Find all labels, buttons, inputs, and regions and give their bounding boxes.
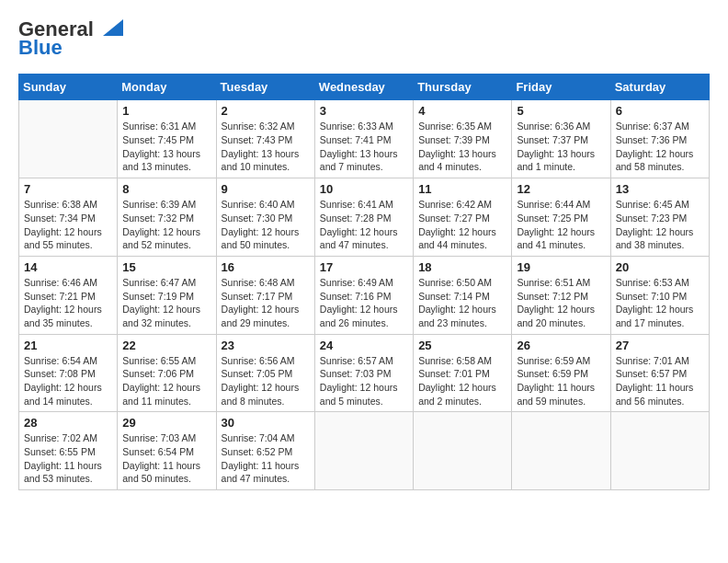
cell-date-number: 13	[616, 182, 704, 196]
cell-date-number: 18	[418, 260, 506, 274]
calendar-cell: 2Sunrise: 6:32 AM Sunset: 7:43 PM Daylig…	[216, 100, 314, 178]
cell-info-text: Sunrise: 6:49 AM Sunset: 7:16 PM Dayligh…	[320, 276, 408, 330]
cell-info-text: Sunrise: 6:58 AM Sunset: 7:01 PM Dayligh…	[418, 354, 506, 408]
calendar-cell	[610, 412, 709, 490]
calendar-cell: 5Sunrise: 6:36 AM Sunset: 7:37 PM Daylig…	[512, 100, 610, 178]
cell-info-text: Sunrise: 6:45 AM Sunset: 7:23 PM Dayligh…	[616, 198, 704, 252]
cell-date-number: 26	[517, 339, 605, 352]
calendar-cell: 10Sunrise: 6:41 AM Sunset: 7:28 PM Dayli…	[314, 178, 413, 257]
calendar-cell: 13Sunrise: 6:45 AM Sunset: 7:23 PM Dayli…	[610, 178, 709, 257]
cell-info-text: Sunrise: 7:01 AM Sunset: 6:57 PM Dayligh…	[616, 354, 704, 408]
cell-date-number: 23	[222, 339, 310, 352]
day-header-saturday: Saturday	[610, 75, 709, 100]
calendar-cell: 15Sunrise: 6:47 AM Sunset: 7:19 PM Dayli…	[118, 256, 216, 334]
day-header-friday: Friday	[512, 75, 610, 100]
cell-date-number: 17	[320, 260, 408, 274]
cell-date-number: 12	[517, 182, 605, 196]
cell-info-text: Sunrise: 6:47 AM Sunset: 7:19 PM Dayligh…	[122, 276, 210, 330]
cell-info-text: Sunrise: 6:36 AM Sunset: 7:37 PM Dayligh…	[517, 120, 605, 174]
calendar-cell: 27Sunrise: 7:01 AM Sunset: 6:57 PM Dayli…	[610, 334, 709, 412]
calendar-cell: 4Sunrise: 6:35 AM Sunset: 7:39 PM Daylig…	[414, 100, 512, 178]
cell-info-text: Sunrise: 6:33 AM Sunset: 7:41 PM Dayligh…	[320, 120, 408, 174]
cell-date-number: 6	[616, 104, 704, 118]
calendar-cell: 16Sunrise: 6:48 AM Sunset: 7:17 PM Dayli…	[216, 256, 314, 334]
cell-date-number: 4	[418, 104, 506, 118]
cell-info-text: Sunrise: 6:37 AM Sunset: 7:36 PM Dayligh…	[616, 120, 704, 174]
header-row: SundayMondayTuesdayWednesdayThursdayFrid…	[19, 75, 710, 100]
cell-info-text: Sunrise: 6:46 AM Sunset: 7:21 PM Dayligh…	[24, 276, 112, 330]
calendar-cell: 17Sunrise: 6:49 AM Sunset: 7:16 PM Dayli…	[314, 256, 413, 334]
day-header-sunday: Sunday	[19, 75, 118, 100]
cell-date-number: 20	[616, 260, 704, 274]
calendar-week-2: 7Sunrise: 6:38 AM Sunset: 7:34 PM Daylig…	[19, 178, 710, 257]
cell-date-number: 9	[222, 182, 310, 196]
cell-info-text: Sunrise: 6:56 AM Sunset: 7:05 PM Dayligh…	[222, 354, 310, 408]
cell-date-number: 22	[122, 339, 210, 352]
calendar-cell: 22Sunrise: 6:55 AM Sunset: 7:06 PM Dayli…	[118, 334, 216, 412]
calendar-week-3: 14Sunrise: 6:46 AM Sunset: 7:21 PM Dayli…	[19, 256, 710, 334]
cell-info-text: Sunrise: 6:40 AM Sunset: 7:30 PM Dayligh…	[222, 198, 310, 252]
page-header: General Blue	[18, 18, 710, 59]
cell-info-text: Sunrise: 6:57 AM Sunset: 7:03 PM Dayligh…	[320, 354, 408, 408]
cell-info-text: Sunrise: 6:41 AM Sunset: 7:28 PM Dayligh…	[320, 198, 408, 252]
calendar-cell	[414, 412, 512, 490]
logo-icon	[94, 19, 123, 40]
calendar-week-5: 28Sunrise: 7:02 AM Sunset: 6:55 PM Dayli…	[19, 412, 710, 490]
logo: General Blue	[18, 18, 123, 59]
cell-date-number: 16	[222, 260, 310, 274]
cell-date-number: 27	[616, 339, 704, 352]
svg-marker-0	[103, 19, 123, 36]
calendar-cell: 19Sunrise: 6:51 AM Sunset: 7:12 PM Dayli…	[512, 256, 610, 334]
cell-date-number: 24	[320, 339, 408, 352]
calendar-cell	[314, 412, 413, 490]
calendar-cell: 24Sunrise: 6:57 AM Sunset: 7:03 PM Dayli…	[314, 334, 413, 412]
cell-info-text: Sunrise: 6:55 AM Sunset: 7:06 PM Dayligh…	[122, 354, 210, 408]
cell-info-text: Sunrise: 6:51 AM Sunset: 7:12 PM Dayligh…	[517, 276, 605, 330]
calendar-cell: 26Sunrise: 6:59 AM Sunset: 6:59 PM Dayli…	[512, 334, 610, 412]
day-header-wednesday: Wednesday	[314, 75, 413, 100]
calendar-cell	[19, 100, 118, 178]
cell-date-number: 8	[122, 182, 210, 196]
calendar-cell	[512, 412, 610, 490]
calendar-cell: 18Sunrise: 6:50 AM Sunset: 7:14 PM Dayli…	[414, 256, 512, 334]
cell-info-text: Sunrise: 6:54 AM Sunset: 7:08 PM Dayligh…	[24, 354, 112, 408]
day-header-tuesday: Tuesday	[216, 75, 314, 100]
cell-info-text: Sunrise: 6:42 AM Sunset: 7:27 PM Dayligh…	[418, 198, 506, 252]
cell-date-number: 14	[24, 260, 112, 274]
cell-info-text: Sunrise: 6:32 AM Sunset: 7:43 PM Dayligh…	[222, 120, 310, 174]
cell-date-number: 25	[418, 339, 506, 352]
calendar-cell: 12Sunrise: 6:44 AM Sunset: 7:25 PM Dayli…	[512, 178, 610, 257]
cell-date-number: 2	[222, 104, 310, 118]
calendar-cell: 30Sunrise: 7:04 AM Sunset: 6:52 PM Dayli…	[216, 412, 314, 490]
calendar-cell: 14Sunrise: 6:46 AM Sunset: 7:21 PM Dayli…	[19, 256, 118, 334]
cell-date-number: 15	[122, 260, 210, 274]
calendar-cell: 3Sunrise: 6:33 AM Sunset: 7:41 PM Daylig…	[314, 100, 413, 178]
cell-date-number: 19	[517, 260, 605, 274]
calendar-cell: 11Sunrise: 6:42 AM Sunset: 7:27 PM Dayli…	[414, 178, 512, 257]
cell-info-text: Sunrise: 6:38 AM Sunset: 7:34 PM Dayligh…	[24, 198, 112, 252]
calendar-cell: 23Sunrise: 6:56 AM Sunset: 7:05 PM Dayli…	[216, 334, 314, 412]
calendar-table: SundayMondayTuesdayWednesdayThursdayFrid…	[18, 74, 710, 490]
calendar-cell: 7Sunrise: 6:38 AM Sunset: 7:34 PM Daylig…	[19, 178, 118, 257]
cell-date-number: 3	[320, 104, 408, 118]
cell-info-text: Sunrise: 6:35 AM Sunset: 7:39 PM Dayligh…	[418, 120, 506, 174]
calendar-cell: 9Sunrise: 6:40 AM Sunset: 7:30 PM Daylig…	[216, 178, 314, 257]
cell-info-text: Sunrise: 6:53 AM Sunset: 7:10 PM Dayligh…	[616, 276, 704, 330]
cell-info-text: Sunrise: 6:44 AM Sunset: 7:25 PM Dayligh…	[517, 198, 605, 252]
calendar-week-4: 21Sunrise: 6:54 AM Sunset: 7:08 PM Dayli…	[19, 334, 710, 412]
cell-date-number: 1	[122, 104, 210, 118]
cell-date-number: 21	[24, 339, 112, 352]
logo-blue: Blue	[18, 36, 63, 59]
day-header-thursday: Thursday	[414, 75, 512, 100]
calendar-cell: 25Sunrise: 6:58 AM Sunset: 7:01 PM Dayli…	[414, 334, 512, 412]
calendar-cell: 28Sunrise: 7:02 AM Sunset: 6:55 PM Dayli…	[19, 412, 118, 490]
calendar-cell: 29Sunrise: 7:03 AM Sunset: 6:54 PM Dayli…	[118, 412, 216, 490]
cell-date-number: 11	[418, 182, 506, 196]
cell-info-text: Sunrise: 7:02 AM Sunset: 6:55 PM Dayligh…	[24, 431, 112, 486]
day-header-monday: Monday	[118, 75, 216, 100]
cell-date-number: 5	[517, 104, 605, 118]
cell-info-text: Sunrise: 6:39 AM Sunset: 7:32 PM Dayligh…	[122, 198, 210, 252]
cell-date-number: 10	[320, 182, 408, 196]
cell-info-text: Sunrise: 6:48 AM Sunset: 7:17 PM Dayligh…	[222, 276, 310, 330]
calendar-cell: 21Sunrise: 6:54 AM Sunset: 7:08 PM Dayli…	[19, 334, 118, 412]
